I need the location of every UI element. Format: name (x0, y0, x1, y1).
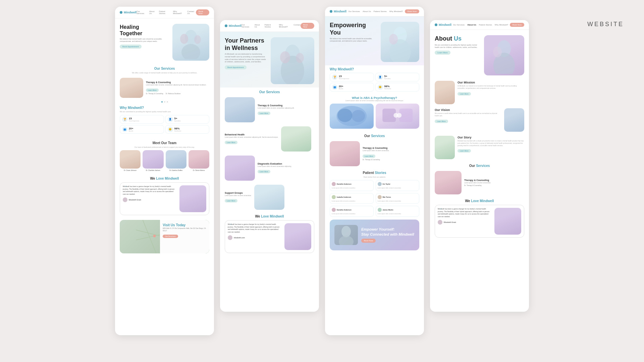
service-name: Support Groups (225, 192, 252, 194)
nav-link[interactable]: Why Mindwell? (495, 24, 508, 26)
nav-link[interactable]: Patient Stories (159, 10, 170, 14)
logo-dot (330, 10, 332, 13)
about-image-4 (484, 35, 524, 75)
nav-link[interactable]: About Us (149, 10, 156, 14)
testimonial-section-4: We Love Mindwell " Mindwell has been a g… (430, 196, 529, 240)
mission-section-4: Our Mission At Mindwell, our mission is … (430, 79, 529, 106)
vision-image (504, 108, 524, 132)
service-btn[interactable]: Learn More (363, 155, 375, 158)
stat-item: 🏆 15 Years Experience (330, 73, 374, 81)
story-section-4: Our Story Mindwell was founded with a si… (430, 134, 529, 161)
team-name: Dr. Grace Johnson (120, 170, 141, 171)
services-title-4: Our Services (430, 164, 529, 168)
testimonial-photo (284, 223, 311, 250)
nav-cta-1[interactable]: Book Now (196, 9, 209, 15)
stat-label: Awards (129, 130, 133, 132)
service-btn[interactable]: Learn More (225, 199, 237, 202)
team-section-1: Meet Our Team Our team of dedicated prof… (115, 136, 214, 174)
hero-cta-1[interactable]: Book Appointment (120, 45, 142, 49)
stats-grid-3: 🏆 15 Years Experience 👤 5+ Specialists 👥 (330, 73, 419, 92)
nav-link[interactable]: About Us (255, 24, 262, 28)
nav-link[interactable]: Contact Us (187, 10, 196, 14)
stories-subtitle-3: Real stories from our patients (325, 176, 424, 178)
page-label: WEBSITE (587, 21, 624, 28)
hero-illustration-3 (382, 22, 419, 62)
nav-link[interactable]: Our Services (453, 24, 465, 26)
nav-cta-3[interactable]: Book Now (405, 9, 419, 13)
story-text: Mindwell was founded with a simple yet p… (458, 140, 524, 147)
service-desc: Lorem ipsum dolor sit amet, consectetur … (258, 107, 294, 109)
nav-link[interactable]: Patient Stories (479, 24, 492, 26)
service-name: Therapy & Counseling (464, 179, 491, 181)
story-item: James Martin Lorem ipsum dolor sit amet … (376, 206, 420, 217)
service-btn[interactable]: Learn More (258, 170, 270, 173)
hero-title-2: Your Partners in Wellness (225, 37, 267, 52)
nav-links-3: Our Services About Us Patient Stories Wh… (348, 10, 403, 12)
story-content: Our Story Mindwell was founded with a si… (458, 136, 524, 153)
service-doctor: Dr. Therapy & Counseling (363, 159, 389, 161)
vision-btn[interactable]: Learn More (435, 120, 448, 123)
nav-cta-2[interactable]: Book Now (301, 23, 314, 29)
stories-grid-3: Daniella Anderson Lorem ipsum dolor sit … (325, 180, 424, 217)
svg-point-2 (180, 34, 188, 44)
aba-puzzle-image (376, 104, 420, 129)
service-info: Behavioral Health Lorem ipsum dolor sit … (225, 133, 278, 144)
service-desc: Lorem ipsum dolor sit amet consectetur a… (258, 166, 291, 168)
cta-text-3: Empower Yourself: Stay Connected with Mi… (361, 227, 414, 243)
testimonial-author-4: Elizabeth Grant (438, 220, 492, 225)
why-section-3: Why Mindwell? 🏆 15 Years Experience 👤 5+… (325, 65, 424, 94)
service-btn-1[interactable]: Learn More (146, 88, 159, 92)
story-name: Daniella Anderson (337, 183, 352, 185)
nav-logo-3: Mindwell (330, 10, 346, 13)
service-info: Therapy & Counseling Lorem ipsum dolor s… (464, 179, 491, 186)
service-image (254, 185, 284, 210)
story-avatar (332, 195, 336, 199)
svg-line-4 (136, 230, 163, 237)
nav-link[interactable]: Why Mindwell? (173, 10, 185, 14)
stat-num: 98% (174, 127, 181, 130)
stat-icon-smile: 😊 (168, 127, 173, 132)
stat-icon: 👤 (378, 74, 383, 80)
nav-link[interactable]: Patient Stories (374, 10, 387, 12)
team-name: Dr. Charlotte Jackson (143, 170, 163, 171)
story-text: Lorem ipsum dolor sit amet consectetur. (378, 187, 418, 189)
nav-dot[interactable] (164, 101, 165, 103)
story-text: Lorem ipsum dolor sit amet consectetur. (332, 187, 372, 189)
stat-item: 👥 20+ Awards (330, 83, 374, 92)
service-btn[interactable]: Learn More (258, 112, 270, 115)
nav-link[interactable]: Why Mindwell? (389, 10, 403, 12)
testimonial-author-1: Elizabeth Grant (123, 197, 177, 202)
cta-btn-3[interactable]: Book Now (361, 239, 376, 243)
nav-dot[interactable] (167, 101, 168, 103)
service-name: Behavioral Health (225, 133, 278, 136)
nav-link[interactable]: Patient Stories (265, 24, 276, 28)
svg-point-23 (339, 236, 354, 245)
mission-btn[interactable]: Learn More (458, 92, 471, 96)
team-photo (143, 150, 163, 169)
quote-mark: " (125, 185, 127, 192)
nav-link[interactable]: About Us (363, 10, 371, 12)
nav-link[interactable]: Our Services (137, 10, 147, 14)
nav-link[interactable]: Our Services (348, 10, 360, 12)
testimonial-quote-1: Mindwell has been a game-changer for my … (123, 185, 177, 195)
story-btn[interactable]: Learn More (458, 149, 471, 153)
service-card-2a: Therapy & Counseling Lorem ipsum dolor s… (220, 95, 319, 124)
about-cta-4[interactable]: Learn More (435, 51, 450, 55)
service-btn[interactable]: Learn More (225, 141, 237, 144)
nav-link[interactable]: Contact (293, 24, 301, 28)
nav-link[interactable]: Our Services (241, 24, 252, 28)
hero-cta-2[interactable]: Book Appointment (225, 65, 247, 69)
story-author: Iris Taylor (378, 182, 418, 186)
map-cta-1[interactable]: Get Directions (163, 235, 178, 238)
aba-desc-3: Lorem ipsum dolor sit amet consectetur a… (330, 100, 419, 102)
service-name-1: Therapy & Counseling (146, 81, 206, 83)
nav-dot[interactable] (161, 101, 163, 103)
story-item: Mia Torres Lorem ipsum dolor sit amet co… (376, 193, 420, 204)
stat-icon: 😊 (378, 84, 383, 90)
nav-link[interactable]: Why Mindwell? (279, 24, 291, 28)
nav-link[interactable]: About Us (467, 24, 476, 26)
mission-content: Our Mission At Mindwell, our mission is … (458, 81, 524, 96)
story-avatar (378, 208, 382, 212)
logo-dot (120, 11, 122, 14)
nav-cta-4[interactable]: Book Now (510, 23, 524, 27)
